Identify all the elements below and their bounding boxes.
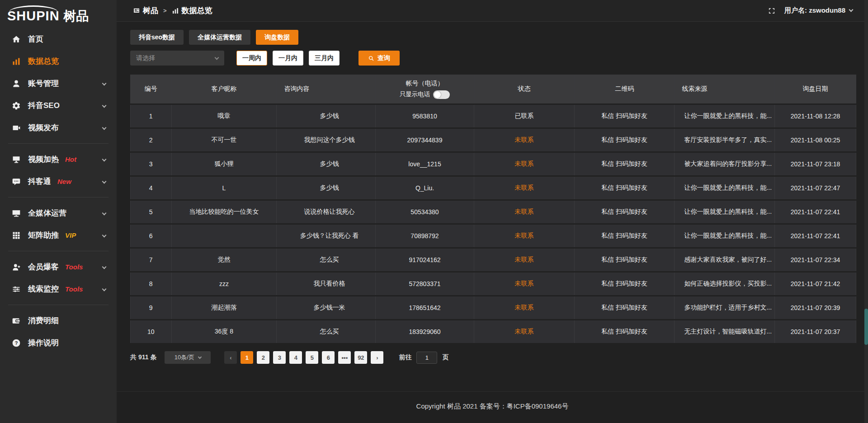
cell-status: 未联系 <box>474 320 575 343</box>
cell-qrcode-link[interactable]: 私信 扫码加好友 <box>575 249 675 271</box>
page-button[interactable]: ••• <box>338 351 351 364</box>
cell-qrcode-link[interactable]: 私信 扫码加好友 <box>575 296 675 319</box>
breadcrumb: 树品 > 数据总览 <box>133 5 212 16</box>
sidebar-item-video-heat[interactable]: 视频加热 Hot <box>0 148 117 170</box>
cell-source-link[interactable]: 被大家追着问的客厅投影分享... <box>675 153 775 175</box>
cell-inquiry: 多少钱？让我死心 看 <box>277 225 375 247</box>
divider <box>8 143 108 144</box>
screen-icon <box>12 155 21 164</box>
scrollbar-thumb[interactable] <box>864 309 868 345</box>
user-menu[interactable]: 用户名: zswodun88 <box>784 6 853 15</box>
page-button[interactable]: 2 <box>257 351 269 364</box>
page-button[interactable]: 1 <box>241 351 253 364</box>
page-button[interactable]: 3 <box>273 351 286 364</box>
next-page-button[interactable]: › <box>371 351 383 364</box>
search-button[interactable]: 查询 <box>359 51 400 66</box>
search-button-label: 查询 <box>377 54 390 62</box>
tab-1[interactable]: 全媒体运营数据 <box>189 30 250 45</box>
chevron-down-icon <box>215 55 219 60</box>
sidebar-item-help[interactable]: ? 操作说明 <box>0 332 117 354</box>
cell-status: 已联系 <box>474 105 575 127</box>
footer: Copyright 树品 2021 备案号：粤ICP备09019646号 <box>117 391 868 423</box>
cell-inquiry: 多少钱 <box>277 105 375 127</box>
filter-select-placeholder: 请选择 <box>136 54 155 62</box>
cell-qrcode-link[interactable]: 私信 扫码加好友 <box>575 129 675 151</box>
sidebar-item-home[interactable]: 首页 <box>0 28 117 50</box>
cell-source-link[interactable]: 感谢大家喜欢我家，被问了好... <box>675 249 775 271</box>
sidebar-item-media-ops[interactable]: 全媒体运营 <box>0 202 117 224</box>
chevron-down-icon <box>103 176 106 185</box>
sidebar-item-matrix-boost[interactable]: 矩阵助推 VIP <box>0 224 117 246</box>
chat-icon <box>12 177 21 186</box>
cell-source-link[interactable]: 让你一眼就爱上的黑科技，能... <box>675 105 775 127</box>
sidebar-item-data-overview[interactable]: 数据总览 <box>0 50 117 72</box>
sidebar-item-douketong[interactable]: 抖客通 New <box>0 170 117 193</box>
page-button[interactable]: 92 <box>354 351 367 364</box>
range-button[interactable]: 一月内 <box>273 51 303 66</box>
chevron-down-icon <box>103 262 106 271</box>
goto-page-input[interactable] <box>416 352 437 364</box>
fullscreen-icon[interactable] <box>768 7 775 14</box>
cell-qrcode-link[interactable]: 私信 扫码加好友 <box>575 153 675 175</box>
header-date: 询盘日期 <box>775 75 856 103</box>
logo[interactable]: SHUPIN 树品 <box>0 0 117 24</box>
sidebar-item-video-publish[interactable]: 视频发布 <box>0 117 117 139</box>
cell-qrcode-link[interactable]: 私信 扫码加好友 <box>575 177 675 199</box>
divider <box>8 305 108 305</box>
tab-2[interactable]: 询盘数据 <box>256 30 298 45</box>
range-button[interactable]: 三月内 <box>309 51 340 66</box>
header-source: 线索来源 <box>675 75 775 103</box>
page-size-select[interactable]: 10条/页 <box>165 351 211 364</box>
breadcrumb-current-label: 数据总览 <box>182 5 212 16</box>
cell-source-link[interactable]: 如何正确选择投影仪，买投影... <box>675 273 775 295</box>
sidebar-item-clue-monitor[interactable]: 线索监控 Tools <box>0 278 117 300</box>
sidebar-item-douyin-seo[interactable]: 抖音SEO <box>0 94 117 117</box>
filter-select[interactable]: 请选择 <box>130 51 224 66</box>
sidebar-item-consume-detail[interactable]: 消费明细 <box>0 310 117 332</box>
app-window: SHUPIN 树品 首页 数据总览 账号管理 抖音SEO 视频发布 视频加热 H… <box>0 0 868 423</box>
cell-date: 2021-11-07 21:42 <box>775 273 856 295</box>
page-scrollbar[interactable] <box>864 0 868 423</box>
cell-qrcode-link[interactable]: 私信 扫码加好友 <box>575 320 675 343</box>
sidebar-item-account-manage[interactable]: 账号管理 <box>0 72 117 94</box>
cell-account: 2097344839 <box>376 129 474 151</box>
cell-source-link[interactable]: 让你一眼就爱上的黑科技，能... <box>675 225 775 247</box>
page-button[interactable]: 4 <box>289 351 302 364</box>
cell-no: 2 <box>130 129 172 151</box>
cell-source-link[interactable]: 让你一眼就爱上的黑科技，能... <box>675 177 775 199</box>
cell-inquiry: 多少钱 <box>277 177 375 199</box>
header-account-title: 帐号（电话） <box>376 80 473 88</box>
header-nickname: 客户昵称 <box>172 75 277 103</box>
badge: Tools <box>65 285 83 293</box>
grid-icon <box>12 231 21 240</box>
header-inquiry: 咨询内容 <box>277 75 375 103</box>
table-row: 3 狐小狸 多少钱 love__1215 未联系 私信 扫码加好友 被大家追着问… <box>130 153 856 175</box>
sidebar-item-member-burst[interactable]: 会员爆客 Tools <box>0 256 117 278</box>
cell-qrcode-link[interactable]: 私信 扫码加好友 <box>575 225 675 247</box>
cell-source-link[interactable]: 让你一眼就爱上的黑科技，能... <box>675 201 775 223</box>
goto-suffix: 页 <box>442 353 448 362</box>
tab-0[interactable]: 抖音seo数据 <box>130 30 184 45</box>
screen-icon <box>133 7 140 14</box>
prev-page-button[interactable]: ‹ <box>224 351 237 364</box>
range-button[interactable]: 一周内 <box>236 51 267 66</box>
goto-label: 前往 <box>399 353 411 362</box>
cell-status: 未联系 <box>474 129 575 151</box>
user-icon <box>12 79 21 88</box>
phone-only-toggle[interactable] <box>433 90 450 99</box>
cell-source-link[interactable]: 无主灯设计，智能磁吸轨道灯... <box>675 320 775 343</box>
breadcrumb-home[interactable]: 树品 <box>133 5 158 16</box>
cell-qrcode-link[interactable]: 私信 扫码加好友 <box>575 201 675 223</box>
cell-source-link[interactable]: 客厅安装投影半年多了，真实... <box>675 129 775 151</box>
goto-page: 前往 页 <box>399 352 448 364</box>
page-button[interactable]: 6 <box>322 351 335 364</box>
cell-account: 9583810 <box>376 105 474 127</box>
breadcrumb-current[interactable]: 数据总览 <box>172 5 212 16</box>
breadcrumb-home-label: 树品 <box>143 5 158 16</box>
chevron-down-icon <box>849 8 854 12</box>
page-button[interactable]: 5 <box>306 351 318 364</box>
cell-qrcode-link[interactable]: 私信 扫码加好友 <box>575 105 675 127</box>
cell-qrcode-link[interactable]: 私信 扫码加好友 <box>575 273 675 295</box>
cell-nickname: 不可一世 <box>172 129 277 151</box>
cell-source-link[interactable]: 多功能护栏灯，适用于乡村文... <box>675 296 775 319</box>
